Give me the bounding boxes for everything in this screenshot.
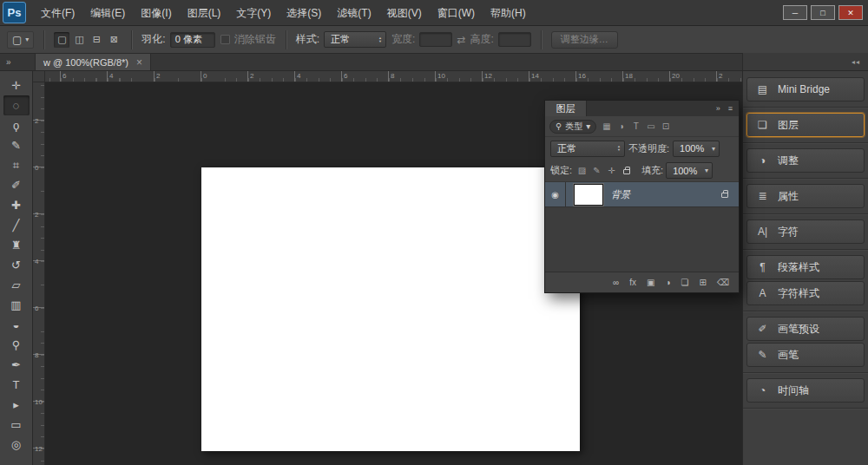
panel-button-brush-presets[interactable]: ✐画笔预设 bbox=[746, 317, 865, 341]
dock-collapse-icon[interactable]: ◂◂ bbox=[742, 53, 868, 70]
menu-item[interactable]: 编辑(E) bbox=[82, 0, 133, 26]
ruler-number: 14 bbox=[531, 72, 539, 80]
ruler-number: 8 bbox=[391, 72, 394, 80]
layer-group-icon[interactable]: ❏ bbox=[681, 278, 689, 287]
style-dropdown[interactable]: 正常 ▲ ▼ bbox=[324, 31, 386, 48]
tab-close-icon[interactable]: × bbox=[136, 56, 142, 69]
layers-panel-titlebar[interactable]: 图层 » ≡ bbox=[545, 101, 739, 116]
gradient-tool[interactable]: ▥ bbox=[3, 295, 30, 315]
link-layers-icon[interactable]: ∞ bbox=[613, 278, 619, 287]
layer-filter-dropdown[interactable]: ⚲ 类型 ▾ bbox=[549, 120, 596, 134]
panel-label: 字符 bbox=[778, 225, 799, 239]
dodge-tool[interactable]: ⚲ bbox=[3, 335, 30, 355]
layer-row[interactable]: ◉背景 bbox=[545, 182, 739, 207]
eyedropper-tool[interactable]: ✐ bbox=[3, 175, 30, 195]
height-label: 高度: bbox=[470, 32, 493, 47]
panel-button-paragraph-styles[interactable]: ¶段落样式 bbox=[746, 255, 865, 279]
ruler-number: 0 bbox=[203, 72, 207, 80]
blur-tool[interactable]: ◒ bbox=[3, 315, 30, 335]
filter-smart-objects-icon[interactable]: ⊡ bbox=[658, 120, 673, 134]
subtract-from-selection-icon[interactable]: ⊟ bbox=[89, 32, 104, 48]
ruler-number: 4 bbox=[297, 72, 300, 80]
ruler-number: 2 bbox=[35, 117, 38, 125]
antialias-checkbox[interactable] bbox=[220, 35, 230, 44]
eraser-tool[interactable]: ▱ bbox=[3, 275, 30, 295]
layer-mask-icon[interactable]: ▣ bbox=[647, 278, 654, 287]
menu-item[interactable]: 视图(V) bbox=[379, 0, 430, 26]
refine-edge-button[interactable]: 调整边缘… bbox=[551, 31, 618, 49]
lock-all-icon[interactable] bbox=[619, 164, 634, 178]
canvas-document[interactable] bbox=[201, 167, 580, 451]
menu-item[interactable]: 滤镜(T) bbox=[329, 0, 378, 26]
filter-pixel-layers-icon[interactable]: ▦ bbox=[599, 120, 614, 134]
menu-item[interactable]: 图层(L) bbox=[180, 0, 229, 26]
layer-filter-icons: ▦◑T▭⊡ bbox=[599, 120, 673, 134]
menu-item[interactable]: 文字(Y) bbox=[228, 0, 279, 26]
blend-mode-dropdown[interactable]: 正常 ▲ ▼ bbox=[550, 141, 625, 157]
divider bbox=[541, 30, 542, 49]
fill-dropdown[interactable]: 100% ▾ bbox=[666, 162, 713, 179]
shape-tool[interactable]: ▭ bbox=[3, 415, 30, 435]
menu-item[interactable]: 文件(F) bbox=[33, 0, 82, 26]
filter-type-layers-icon[interactable]: T bbox=[628, 120, 643, 134]
crop-tool[interactable]: ⌗ bbox=[3, 155, 30, 175]
adjustment-layer-icon[interactable]: ◑ bbox=[665, 278, 670, 287]
lasso-tool[interactable]: ϙ bbox=[3, 115, 30, 135]
width-input[interactable] bbox=[419, 32, 452, 47]
dodge-tool-icon: ⚲ bbox=[12, 338, 21, 351]
spinner-icon: ▲ ▼ bbox=[617, 145, 621, 152]
brush-tool[interactable]: ╱ bbox=[3, 215, 30, 235]
maximize-button[interactable]: □ bbox=[811, 5, 835, 20]
panel-button-timeline[interactable]: ◔时间轴 bbox=[746, 378, 865, 403]
close-button[interactable]: ✕ bbox=[838, 5, 863, 20]
quick-selection-tool[interactable]: ✎ bbox=[3, 135, 30, 155]
history-brush-tool[interactable]: ↺ bbox=[3, 255, 30, 275]
menu-item[interactable]: 选择(S) bbox=[279, 0, 329, 26]
intersect-selection-icon[interactable]: ⊠ bbox=[106, 32, 122, 48]
menu-item[interactable]: 图像(I) bbox=[133, 0, 179, 26]
filter-adjustment-layers-icon[interactable]: ◑ bbox=[614, 120, 628, 134]
tool-preset-picker[interactable]: ▢ ▾ bbox=[7, 31, 34, 49]
panel-button-character-styles[interactable]: A字符样式 bbox=[746, 281, 865, 305]
quick-selection-tool-icon: ✎ bbox=[11, 139, 21, 152]
add-to-selection-icon[interactable]: ◫ bbox=[71, 32, 87, 48]
menu-item[interactable]: 窗口(W) bbox=[430, 0, 483, 26]
horizontal-ruler[interactable]: 642024681012141618202 bbox=[45, 71, 742, 82]
pen-tool[interactable]: ✒ bbox=[3, 355, 30, 375]
vertical-ruler[interactable]: 2024681012 bbox=[33, 82, 45, 465]
panel-button-brush[interactable]: ✎画笔 bbox=[746, 343, 865, 367]
move-tool[interactable]: ✛ bbox=[3, 75, 30, 95]
healing-brush-tool[interactable]: ✚ bbox=[3, 195, 30, 215]
panel-button-mini-bridge[interactable]: ▤Mini Bridge bbox=[746, 77, 865, 102]
zoom-tool[interactable]: ◎ bbox=[3, 435, 30, 455]
panel-button-layers[interactable]: ❏图层 bbox=[746, 113, 865, 137]
height-input[interactable] bbox=[498, 32, 531, 47]
panel-menu-icon[interactable]: ≡ bbox=[728, 104, 733, 113]
filter-shape-layers-icon[interactable]: ▭ bbox=[643, 120, 658, 134]
lock-position-icon[interactable]: ✛ bbox=[604, 164, 619, 178]
lock-transparent-pixels-icon[interactable]: ▨ bbox=[575, 164, 589, 178]
panel-button-character[interactable]: A|字符 bbox=[746, 219, 865, 244]
new-selection-icon[interactable]: ▢ bbox=[54, 32, 69, 48]
type-tool[interactable]: T bbox=[3, 375, 30, 395]
panel-collapse-icon[interactable]: » bbox=[716, 104, 720, 113]
visibility-toggle[interactable]: ◉ bbox=[545, 182, 566, 206]
minimize-button[interactable]: ─ bbox=[783, 5, 807, 20]
layer-effects-icon[interactable]: fx bbox=[629, 278, 636, 287]
delete-layer-icon[interactable]: ⌫ bbox=[717, 278, 729, 287]
ruler-number: 4 bbox=[35, 258, 38, 265]
toolbar-collapse-icon[interactable]: » bbox=[0, 53, 33, 70]
menu-item[interactable]: 帮助(H) bbox=[483, 0, 534, 26]
opacity-dropdown[interactable]: 100% ▾ bbox=[673, 141, 720, 157]
clone-stamp-tool[interactable]: ♜ bbox=[3, 235, 30, 255]
panel-button-properties[interactable]: ≣属性 bbox=[746, 184, 865, 208]
marquee-tool[interactable]: ◌ bbox=[3, 95, 30, 115]
new-layer-icon[interactable]: ⊞ bbox=[699, 278, 706, 287]
path-selection-tool[interactable]: ▸ bbox=[3, 395, 30, 415]
feather-input[interactable]: 0 像素 bbox=[170, 32, 215, 48]
panel-button-adjustments[interactable]: ◑调整 bbox=[746, 148, 865, 173]
swap-dimensions-icon[interactable]: ⇄ bbox=[457, 34, 465, 46]
layers-panel-tab[interactable]: 图层 bbox=[545, 101, 587, 116]
document-tab[interactable]: w @ 100%(RGB/8*) × bbox=[35, 53, 151, 70]
lock-image-pixels-icon[interactable]: ✎ bbox=[589, 164, 604, 178]
